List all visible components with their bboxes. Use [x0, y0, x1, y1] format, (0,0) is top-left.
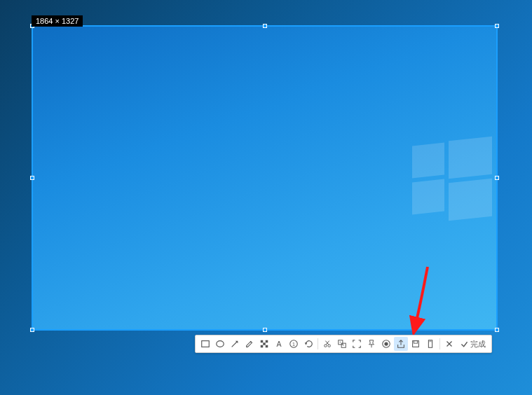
svg-point-15: [328, 345, 331, 347]
done-label: 完成: [470, 339, 486, 349]
pin-icon: [367, 339, 376, 349]
dimension-badge: 1864 × 1327: [32, 15, 83, 27]
svg-text:1: 1: [292, 342, 295, 347]
done-button[interactable]: 完成: [457, 337, 489, 351]
ellipse-icon: [215, 339, 225, 349]
resize-handle[interactable]: [495, 328, 499, 332]
save-button[interactable]: [409, 337, 423, 351]
undo-icon: [303, 339, 313, 349]
toolbar-separator: [439, 338, 440, 349]
mosaic-icon: [259, 339, 269, 349]
resize-handle[interactable]: [495, 24, 499, 28]
ocr-button[interactable]: [320, 337, 334, 351]
cancel-button[interactable]: [442, 337, 456, 351]
arrow-tool-button[interactable]: [228, 337, 242, 351]
screenshot-selection-area[interactable]: [32, 25, 498, 331]
number-tool-button[interactable]: 1: [287, 337, 301, 351]
svg-rect-26: [428, 340, 432, 348]
share-icon: [396, 339, 406, 349]
record-icon: [381, 339, 391, 349]
svg-rect-9: [266, 345, 268, 348]
number-icon: 1: [289, 339, 299, 349]
save-icon: [411, 339, 421, 349]
translate-icon: [337, 339, 347, 349]
resize-handle[interactable]: [263, 24, 267, 28]
svg-rect-7: [266, 340, 268, 343]
rectangle-tool-button[interactable]: [198, 337, 212, 351]
arrow-icon: [230, 339, 240, 349]
svg-text:A: A: [276, 340, 281, 348]
long-screenshot-button[interactable]: [423, 337, 437, 351]
svg-rect-1: [202, 341, 210, 347]
ellipse-tool-button[interactable]: [213, 337, 227, 351]
cancel-icon: [444, 339, 454, 349]
pencil-icon: [245, 339, 254, 349]
pin-button[interactable]: [364, 337, 378, 351]
svg-line-16: [326, 341, 329, 345]
resize-handle[interactable]: [30, 176, 34, 180]
toolbar-separator: [318, 338, 318, 349]
windows-logo-icon: [412, 139, 496, 223]
svg-marker-13: [305, 342, 308, 345]
text-icon: A: [274, 339, 284, 349]
resize-handle[interactable]: [30, 328, 34, 332]
svg-rect-8: [261, 345, 264, 348]
undo-button[interactable]: [301, 337, 315, 351]
resize-handle[interactable]: [263, 328, 267, 332]
ocr-scissors-icon: [322, 339, 332, 349]
svg-point-14: [325, 345, 327, 347]
record-button[interactable]: [379, 337, 393, 351]
text-tool-button[interactable]: A: [272, 337, 286, 351]
svg-line-3: [232, 342, 238, 347]
svg-point-20: [340, 342, 341, 342]
resize-handle[interactable]: [495, 176, 499, 180]
share-button[interactable]: [394, 337, 408, 351]
svg-rect-6: [263, 342, 266, 345]
long-screenshot-icon: [425, 339, 435, 349]
svg-point-2: [217, 341, 224, 347]
rectangle-icon: [200, 339, 210, 349]
svg-rect-5: [261, 340, 264, 343]
scan-qr-button[interactable]: [350, 337, 364, 351]
translate-button[interactable]: [335, 337, 349, 351]
screenshot-toolbar: A 1 完成: [195, 335, 492, 353]
confirm-check-icon: [460, 340, 469, 349]
svg-point-23: [384, 342, 388, 345]
svg-line-17: [325, 341, 328, 345]
pencil-tool-button[interactable]: [243, 337, 257, 351]
mosaic-tool-button[interactable]: [257, 337, 271, 351]
scan-qr-icon: [352, 339, 362, 349]
svg-point-21: [343, 345, 343, 345]
